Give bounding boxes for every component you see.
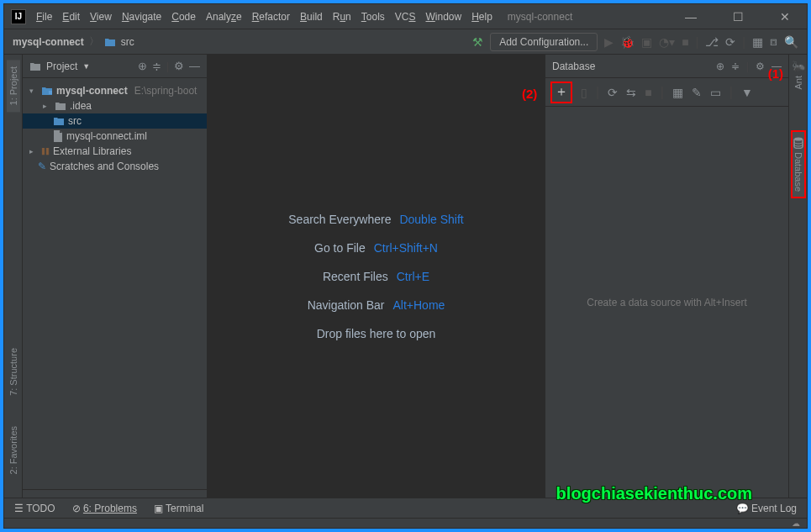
ant-icon[interactable]: 🐜 <box>792 60 805 72</box>
search-everywhere-icon[interactable]: ⧈ <box>770 34 777 49</box>
db-copy-icon[interactable]: ▯ <box>581 86 587 99</box>
tree-scratches[interactable]: ✎ Scratches and Consoles <box>23 159 207 174</box>
stop-icon[interactable]: ■ <box>682 35 688 49</box>
menu-file[interactable]: File <box>36 11 52 23</box>
menu-vcs[interactable]: VCS <box>395 11 416 23</box>
titlebar: IJ File Edit View Navigate Code Analyze … <box>4 4 807 29</box>
tab-favorites[interactable]: 2: Favorites <box>7 419 20 481</box>
main-menu: File Edit View Navigate Code Analyze Ref… <box>36 11 492 23</box>
annotation-1: (1) <box>768 66 783 81</box>
hide-icon[interactable]: — <box>189 60 200 72</box>
left-gutter: 1: Project 7: Structure 2: Favorites <box>4 55 23 498</box>
hint-recent-label: Recent Files <box>323 270 388 283</box>
annotation-2: (2) <box>522 87 537 101</box>
structure-icon[interactable]: ▦ <box>752 35 763 49</box>
menu-run[interactable]: Run <box>333 11 351 23</box>
target-icon[interactable]: ⊕ <box>138 60 147 72</box>
expand-icon[interactable]: ≑ <box>152 60 161 72</box>
menu-code[interactable]: Code <box>171 11 196 23</box>
db-refresh-icon[interactable]: ⟳ <box>608 86 618 99</box>
search-icon[interactable]: 🔍 <box>784 35 798 49</box>
status-todo[interactable]: ☰ TODO <box>14 503 55 514</box>
tree-iml[interactable]: mysql-connect.iml <box>23 129 207 144</box>
right-gutter: 🐜 Ant Database (1) <box>788 55 807 498</box>
db-edit-icon[interactable]: ✎ <box>692 86 702 99</box>
tab-ant[interactable]: Ant <box>792 72 805 93</box>
scratches-icon: ✎ <box>38 161 46 172</box>
menu-window[interactable]: Window <box>425 11 461 23</box>
window-maximize-button[interactable]: ☐ <box>723 10 753 24</box>
project-tree: ▾ mysql-connect E:\spring-boot ▸ .idea s… <box>23 78 207 489</box>
app-logo-icon: IJ <box>11 9 26 24</box>
debug-icon[interactable]: 🐞 <box>620 35 635 49</box>
editor-empty-state: Search EverywhereDouble Shift Go to File… <box>208 55 545 498</box>
hint-goto-key: Ctrl+Shift+N <box>374 241 438 255</box>
bottom-strip: ☁ <box>4 518 807 528</box>
menu-tools[interactable]: Tools <box>361 11 385 23</box>
git-icon[interactable]: ⎇ <box>705 35 719 49</box>
db-placeholder: Create a data source with Alt+Insert <box>587 297 746 308</box>
menu-view[interactable]: View <box>90 11 112 23</box>
breadcrumb-project[interactable]: mysql-connect <box>13 36 84 48</box>
dropdown-icon[interactable]: ▼ <box>82 62 90 71</box>
breadcrumb-folder[interactable]: src <box>121 36 134 48</box>
add-datasource-button[interactable]: ＋ <box>550 82 572 103</box>
watermark: blogchiasekienthuc.com <box>556 484 752 503</box>
gear-icon[interactable]: ⚙ <box>174 60 184 72</box>
menu-refactor[interactable]: Refactor <box>252 11 290 23</box>
tree-external-libs[interactable]: ▸ ⦀⦀ External Libraries <box>23 144 207 159</box>
run-icon[interactable]: ▶ <box>604 35 614 49</box>
status-problems[interactable]: ⊘ 6: Problems <box>72 503 137 514</box>
db-console-icon[interactable]: ▭ <box>710 86 721 99</box>
db-expand-icon[interactable]: ≑ <box>731 61 740 72</box>
tab-project[interactable]: 1: Project <box>7 60 20 112</box>
tab-structure[interactable]: 7: Structure <box>7 341 20 403</box>
hammer-icon[interactable]: ⚒ <box>472 35 483 49</box>
status-terminal[interactable]: ▣ Terminal <box>154 503 203 514</box>
hint-drop: Drop files here to open <box>317 327 436 340</box>
menu-analyze[interactable]: Analyze <box>206 11 242 23</box>
navigation-bar: mysql-connect 〉 src ⚒ Add Configuration.… <box>4 29 807 55</box>
hint-goto-label: Go to File <box>314 241 366 255</box>
coverage-icon[interactable]: ▣ <box>641 35 652 49</box>
db-filter-icon[interactable]: ▼ <box>741 86 753 99</box>
menu-build[interactable]: Build <box>300 11 323 23</box>
notifications-icon[interactable]: ☁ <box>792 519 800 528</box>
module-icon <box>41 86 53 96</box>
project-panel: Project ▼ ⊕ ≑ | ⚙ — ▾ mysql-connect E:\s… <box>23 55 208 498</box>
database-panel: (2) Database ⊕ ≑ | ⚙ — ＋ ▯ | ⟳ ⇆ ■ | ▦ ✎… <box>545 55 788 498</box>
tab-database[interactable]: Database <box>791 130 806 198</box>
status-event-log[interactable]: 💬 Event Log <box>736 503 797 514</box>
window-close-button[interactable]: ✕ <box>770 10 800 24</box>
chevron-right-icon: 〉 <box>89 34 99 49</box>
source-folder-icon <box>53 116 65 126</box>
svg-rect-0 <box>49 91 52 94</box>
hint-search-label: Search Everywhere <box>288 213 391 226</box>
menu-help[interactable]: Help <box>471 11 492 23</box>
libraries-icon: ⦀⦀ <box>41 145 50 157</box>
tree-idea[interactable]: ▸ .idea <box>23 98 207 113</box>
svg-point-1 <box>794 137 803 140</box>
tree-root[interactable]: ▾ mysql-connect E:\spring-boot <box>23 83 207 98</box>
tree-src[interactable]: src <box>23 113 207 129</box>
db-gear-icon[interactable]: ⚙ <box>756 61 765 72</box>
folder-icon <box>55 101 66 111</box>
hint-recent-key: Ctrl+E <box>397 270 429 283</box>
db-sync-icon[interactable]: ⇆ <box>626 86 636 99</box>
profile-icon[interactable]: ◔▾ <box>659 35 675 49</box>
hint-navbar-key: Alt+Home <box>392 298 445 312</box>
db-target-icon[interactable]: ⊕ <box>716 61 724 72</box>
window-minimize-button[interactable]: — <box>676 10 706 24</box>
db-table-icon[interactable]: ▦ <box>672 86 683 99</box>
project-panel-title: Project <box>46 61 77 72</box>
hint-search-key: Double Shift <box>399 213 463 226</box>
db-stop-icon[interactable]: ■ <box>645 86 651 99</box>
database-icon <box>793 137 803 149</box>
update-icon[interactable]: ⟳ <box>725 35 735 49</box>
project-icon <box>29 61 41 71</box>
add-configuration-button[interactable]: Add Configuration... <box>490 33 598 51</box>
database-panel-title: Database <box>552 61 595 72</box>
menu-navigate[interactable]: Navigate <box>122 11 161 23</box>
menu-edit[interactable]: Edit <box>62 11 80 23</box>
file-icon <box>53 130 63 142</box>
